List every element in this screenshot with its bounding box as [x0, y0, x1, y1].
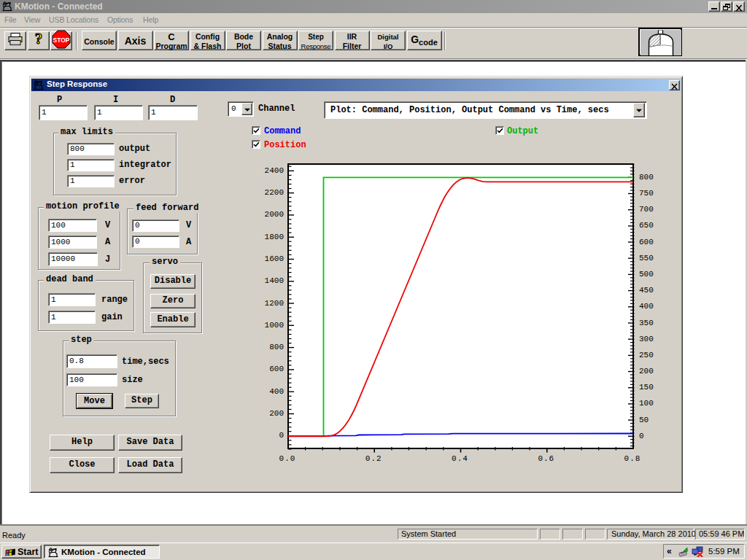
svg-text:STOP: STOP — [53, 36, 70, 44]
svg-text:?: ? — [35, 31, 43, 47]
